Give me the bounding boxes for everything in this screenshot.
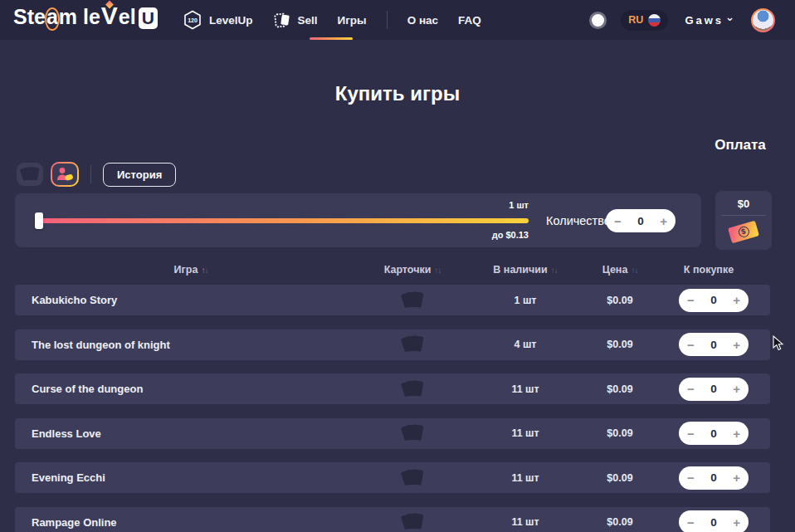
cards-icon[interactable] [400, 467, 425, 489]
language-selector[interactable]: RU [621, 10, 668, 31]
sort-icon: ↑↓ [631, 266, 637, 275]
quantity-value: 0 [710, 339, 717, 351]
row-quantity-stepper: − 0 + [679, 289, 749, 312]
slider-max-label: 1 шт [509, 200, 529, 210]
cards-icon[interactable] [400, 334, 425, 355]
game-row[interactable]: Kabukicho Story 1 шт $0.09 − 0 + [15, 285, 770, 315]
stock-count: 1 шт [458, 295, 593, 306]
logo-letter-a: a [46, 5, 58, 29]
game-row[interactable]: Rampage Online 11 шт $0.09 − 0 + [15, 507, 770, 532]
nav-games[interactable]: Игры [338, 14, 367, 27]
user-menu[interactable]: Gaws ⌄ [685, 14, 734, 27]
cards-fan-icon [19, 165, 41, 183]
column-header-cards[interactable]: Карточки ↑↓ [367, 264, 458, 276]
game-name: Evening Ecchi [15, 471, 367, 484]
increase-button[interactable]: + [733, 427, 740, 440]
chevron-down-icon: ⌄ [725, 11, 734, 23]
user-avatar[interactable] [751, 8, 775, 32]
logo-letter-u: U [139, 7, 158, 29]
row-quantity-stepper: − 0 + [679, 378, 749, 401]
nav-sell[interactable]: Sell [273, 10, 318, 30]
increase-button[interactable]: + [660, 215, 667, 227]
price: $0.09 [593, 295, 647, 306]
quantity-value: 0 [710, 471, 717, 484]
decrease-button[interactable]: − [687, 339, 695, 351]
cards-icon[interactable] [400, 511, 425, 532]
site-logo[interactable]: Steam leVelU [13, 5, 158, 29]
game-row[interactable]: Evening Ecchi 11 шт $0.09 − 0 + [15, 462, 770, 493]
game-row[interactable]: The lost dungeon of knight 4 шт $0.09 − … [15, 329, 770, 360]
active-tab-indicator [310, 37, 353, 40]
payment-total: $0 [715, 198, 772, 210]
payment-card[interactable]: $0 $ [715, 191, 772, 250]
logo-text: m le [59, 5, 100, 29]
money-icon: $ [728, 221, 759, 244]
nav-faq[interactable]: FAQ [458, 14, 481, 27]
header-right: RU Gaws ⌄ [592, 0, 775, 40]
sort-icon: ↑↓ [551, 266, 558, 275]
theme-toggle[interactable] [592, 14, 604, 27]
price: $0.09 [593, 427, 647, 439]
levelup-badge-icon: 120 [183, 10, 202, 30]
increase-button[interactable]: + [733, 339, 740, 351]
username: Gaws [685, 14, 724, 27]
row-quantity-stepper: − 0 + [679, 333, 749, 356]
quantity-label: Количество: [546, 214, 614, 227]
filter-toolbar: История [17, 162, 176, 187]
quantity-slider-card: 1 шт до $0.13 Количество: − 0 + [15, 193, 701, 247]
page-title: Купить игры [0, 82, 795, 105]
price-slider[interactable] [37, 218, 529, 223]
russia-flag-icon [648, 14, 661, 27]
increase-button[interactable]: + [733, 471, 740, 484]
game-row[interactable]: Endless Love 11 шт $0.09 − 0 + [15, 418, 770, 449]
cards-icon[interactable] [400, 290, 425, 311]
decrease-button[interactable]: − [687, 471, 695, 484]
decrease-button[interactable]: − [614, 215, 622, 227]
game-name: Kabukicho Story [15, 294, 367, 306]
stock-count: 11 шт [458, 383, 593, 395]
sort-icon: ↑↓ [434, 266, 441, 275]
price: $0.09 [593, 472, 647, 484]
filter-cards-button[interactable] [17, 163, 43, 186]
increase-button[interactable]: + [733, 383, 740, 395]
slider-handle[interactable] [35, 212, 43, 229]
column-header-game[interactable]: Игра ↑↓ [15, 264, 367, 276]
dollar-icon: $ [737, 225, 750, 238]
top-navigation: Steam leVelU 120 LevelUp Sell Игры [0, 0, 795, 40]
nav-about-label: О нас [407, 14, 438, 27]
price: $0.09 [593, 516, 647, 528]
language-code: RU [628, 14, 643, 26]
game-name: Curse of the dungeon [15, 383, 367, 395]
cards-icon[interactable] [400, 422, 425, 444]
mouse-cursor [773, 335, 786, 352]
increase-button[interactable]: + [733, 294, 740, 306]
nav-about[interactable]: О нас [407, 14, 438, 27]
stock-count: 11 шт [458, 472, 593, 484]
increase-button[interactable]: + [733, 516, 740, 529]
payment-section-title: Оплата [707, 137, 773, 154]
stock-count: 11 шт [458, 516, 593, 528]
column-header-stock[interactable]: В наличии ↑↓ [458, 264, 593, 276]
payment-divider [721, 215, 766, 216]
history-button[interactable]: История [103, 163, 176, 187]
decrease-button[interactable]: − [687, 516, 695, 529]
nav-games-label: Игры [338, 14, 367, 27]
price: $0.09 [593, 339, 647, 350]
nav-divider [387, 11, 388, 29]
cards-icon[interactable] [400, 378, 425, 400]
filter-games-button[interactable] [51, 162, 79, 187]
game-row[interactable]: Curse of the dungeon 11 шт $0.09 − 0 + [15, 373, 770, 404]
decrease-button[interactable]: − [687, 427, 695, 440]
quantity-value: 0 [710, 427, 717, 440]
quantity-value: 0 [710, 294, 717, 306]
game-name: The lost dungeon of knight [15, 339, 367, 351]
slider-price-label: до $0.13 [492, 230, 529, 240]
column-header-price[interactable]: Цена ↑↓ [593, 264, 647, 276]
quantity-value: 0 [710, 516, 717, 529]
logo-text: Ste [13, 5, 46, 29]
nav-levelup[interactable]: 120 LevelUp [183, 10, 253, 30]
nav-levelup-label: LevelUp [209, 14, 253, 27]
decrease-button[interactable]: − [687, 383, 695, 395]
decrease-button[interactable]: − [687, 294, 695, 306]
main-nav: 120 LevelUp Sell Игры О нас FAQ [183, 0, 481, 40]
